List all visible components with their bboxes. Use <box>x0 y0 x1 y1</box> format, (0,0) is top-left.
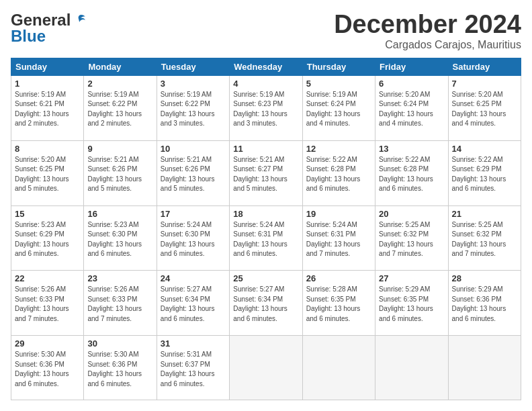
day-info: Sunrise: 5:26 AMSunset: 6:33 PMDaylight:… <box>87 285 152 324</box>
day-number: 30 <box>87 338 152 349</box>
day-info: Sunrise: 5:26 AMSunset: 6:33 PMDaylight:… <box>15 285 80 324</box>
day-info: Sunrise: 5:19 AMSunset: 6:22 PMDaylight:… <box>87 90 152 129</box>
calendar-cell: 5Sunrise: 5:19 AMSunset: 6:24 PMDaylight… <box>302 75 375 140</box>
calendar-cell: 28Sunrise: 5:29 AMSunset: 6:36 PMDayligh… <box>448 271 521 336</box>
day-info: Sunrise: 5:29 AMSunset: 6:35 PMDaylight:… <box>379 285 444 324</box>
day-number: 1 <box>15 79 80 89</box>
logo-bird-icon <box>72 13 87 28</box>
calendar-cell: 4Sunrise: 5:19 AMSunset: 6:23 PMDaylight… <box>230 75 302 140</box>
day-number: 5 <box>306 79 371 89</box>
day-number: 24 <box>161 273 226 283</box>
weekday-header-monday: Monday <box>84 58 157 75</box>
calendar-cell: 29Sunrise: 5:30 AMSunset: 6:36 PMDayligh… <box>11 336 84 400</box>
day-number: 26 <box>306 273 371 283</box>
calendar-cell: 18Sunrise: 5:24 AMSunset: 6:31 PMDayligh… <box>230 205 302 271</box>
calendar-row-3: 22Sunrise: 5:26 AMSunset: 6:33 PMDayligh… <box>11 271 521 336</box>
title-block: December 2024 Cargados Carajos, Mauritiu… <box>334 11 521 51</box>
calendar-cell <box>375 336 448 400</box>
calendar-cell: 19Sunrise: 5:24 AMSunset: 6:31 PMDayligh… <box>302 205 375 271</box>
calendar: SundayMondayTuesdayWednesdayThursdayFrid… <box>11 58 521 400</box>
calendar-header-row: SundayMondayTuesdayWednesdayThursdayFrid… <box>11 58 521 75</box>
header: General Blue December 2024 Cargados Cara… <box>11 11 521 51</box>
calendar-cell: 15Sunrise: 5:23 AMSunset: 6:29 PMDayligh… <box>11 205 84 271</box>
weekday-header-wednesday: Wednesday <box>230 58 302 75</box>
calendar-cell: 3Sunrise: 5:19 AMSunset: 6:22 PMDaylight… <box>157 75 229 140</box>
day-number: 29 <box>15 338 80 349</box>
day-number: 9 <box>87 144 152 154</box>
day-info: Sunrise: 5:23 AMSunset: 6:30 PMDaylight:… <box>87 220 152 259</box>
calendar-row-1: 8Sunrise: 5:20 AMSunset: 6:25 PMDaylight… <box>11 140 521 205</box>
day-info: Sunrise: 5:21 AMSunset: 6:27 PMDaylight:… <box>233 155 298 194</box>
day-info: Sunrise: 5:19 AMSunset: 6:24 PMDaylight:… <box>306 90 371 129</box>
day-info: Sunrise: 5:22 AMSunset: 6:28 PMDaylight:… <box>379 155 444 194</box>
day-info: Sunrise: 5:19 AMSunset: 6:23 PMDaylight:… <box>233 90 298 129</box>
calendar-cell <box>448 336 521 400</box>
calendar-cell: 30Sunrise: 5:30 AMSunset: 6:36 PMDayligh… <box>84 336 157 400</box>
calendar-cell: 22Sunrise: 5:26 AMSunset: 6:33 PMDayligh… <box>11 271 84 336</box>
logo-blue: Blue <box>11 27 46 46</box>
logo: General Blue <box>11 11 87 46</box>
calendar-cell: 26Sunrise: 5:28 AMSunset: 6:35 PMDayligh… <box>302 271 375 336</box>
location: Cargados Carajos, Mauritius <box>334 39 521 51</box>
calendar-cell: 21Sunrise: 5:25 AMSunset: 6:32 PMDayligh… <box>448 205 521 271</box>
page: General Blue December 2024 Cargados Cara… <box>0 0 532 411</box>
day-info: Sunrise: 5:22 AMSunset: 6:29 PMDaylight:… <box>452 155 517 194</box>
day-number: 18 <box>233 209 298 219</box>
calendar-row-4: 29Sunrise: 5:30 AMSunset: 6:36 PMDayligh… <box>11 336 521 400</box>
weekday-header-saturday: Saturday <box>448 58 521 75</box>
calendar-cell: 9Sunrise: 5:21 AMSunset: 6:26 PMDaylight… <box>84 140 157 205</box>
calendar-cell: 11Sunrise: 5:21 AMSunset: 6:27 PMDayligh… <box>230 140 302 205</box>
day-number: 6 <box>379 79 444 89</box>
day-number: 10 <box>161 144 226 154</box>
day-info: Sunrise: 5:20 AMSunset: 6:25 PMDaylight:… <box>15 155 80 194</box>
day-info: Sunrise: 5:31 AMSunset: 6:37 PMDaylight:… <box>161 350 226 389</box>
day-info: Sunrise: 5:30 AMSunset: 6:36 PMDaylight:… <box>87 350 152 389</box>
day-info: Sunrise: 5:25 AMSunset: 6:32 PMDaylight:… <box>452 220 517 259</box>
calendar-cell: 8Sunrise: 5:20 AMSunset: 6:25 PMDaylight… <box>11 140 84 205</box>
day-number: 15 <box>15 209 80 219</box>
calendar-cell: 10Sunrise: 5:21 AMSunset: 6:26 PMDayligh… <box>157 140 229 205</box>
day-number: 22 <box>15 273 80 283</box>
month-title: December 2024 <box>334 11 521 39</box>
calendar-cell: 25Sunrise: 5:27 AMSunset: 6:34 PMDayligh… <box>230 271 302 336</box>
day-number: 2 <box>87 79 152 89</box>
day-number: 14 <box>452 144 517 154</box>
weekday-header-thursday: Thursday <box>302 58 375 75</box>
day-info: Sunrise: 5:21 AMSunset: 6:26 PMDaylight:… <box>87 155 152 194</box>
day-number: 27 <box>379 273 444 283</box>
day-number: 23 <box>87 273 152 283</box>
day-number: 11 <box>233 144 298 154</box>
calendar-cell: 27Sunrise: 5:29 AMSunset: 6:35 PMDayligh… <box>375 271 448 336</box>
day-number: 16 <box>87 209 152 219</box>
day-info: Sunrise: 5:24 AMSunset: 6:31 PMDaylight:… <box>306 220 371 259</box>
calendar-row-0: 1Sunrise: 5:19 AMSunset: 6:21 PMDaylight… <box>11 75 521 140</box>
calendar-cell: 23Sunrise: 5:26 AMSunset: 6:33 PMDayligh… <box>84 271 157 336</box>
calendar-cell <box>302 336 375 400</box>
day-info: Sunrise: 5:29 AMSunset: 6:36 PMDaylight:… <box>452 285 517 324</box>
day-info: Sunrise: 5:24 AMSunset: 6:31 PMDaylight:… <box>233 220 298 259</box>
calendar-cell: 31Sunrise: 5:31 AMSunset: 6:37 PMDayligh… <box>157 336 229 400</box>
day-number: 25 <box>233 273 298 283</box>
day-info: Sunrise: 5:23 AMSunset: 6:29 PMDaylight:… <box>15 220 80 259</box>
day-number: 21 <box>452 209 517 219</box>
day-number: 4 <box>233 79 298 89</box>
calendar-cell: 13Sunrise: 5:22 AMSunset: 6:28 PMDayligh… <box>375 140 448 205</box>
day-number: 8 <box>15 144 80 154</box>
weekday-header-tuesday: Tuesday <box>157 58 229 75</box>
calendar-cell: 14Sunrise: 5:22 AMSunset: 6:29 PMDayligh… <box>448 140 521 205</box>
day-number: 28 <box>452 273 517 283</box>
day-info: Sunrise: 5:30 AMSunset: 6:36 PMDaylight:… <box>15 350 80 389</box>
calendar-cell: 20Sunrise: 5:25 AMSunset: 6:32 PMDayligh… <box>375 205 448 271</box>
day-info: Sunrise: 5:19 AMSunset: 6:22 PMDaylight:… <box>161 90 226 129</box>
day-info: Sunrise: 5:20 AMSunset: 6:25 PMDaylight:… <box>452 90 517 129</box>
weekday-header-friday: Friday <box>375 58 448 75</box>
day-info: Sunrise: 5:25 AMSunset: 6:32 PMDaylight:… <box>379 220 444 259</box>
day-info: Sunrise: 5:27 AMSunset: 6:34 PMDaylight:… <box>161 285 226 324</box>
day-number: 20 <box>379 209 444 219</box>
calendar-cell: 24Sunrise: 5:27 AMSunset: 6:34 PMDayligh… <box>157 271 229 336</box>
day-info: Sunrise: 5:28 AMSunset: 6:35 PMDaylight:… <box>306 285 371 324</box>
day-info: Sunrise: 5:19 AMSunset: 6:21 PMDaylight:… <box>15 90 80 129</box>
calendar-cell: 1Sunrise: 5:19 AMSunset: 6:21 PMDaylight… <box>11 75 84 140</box>
day-number: 7 <box>452 79 517 89</box>
day-number: 31 <box>161 338 226 349</box>
